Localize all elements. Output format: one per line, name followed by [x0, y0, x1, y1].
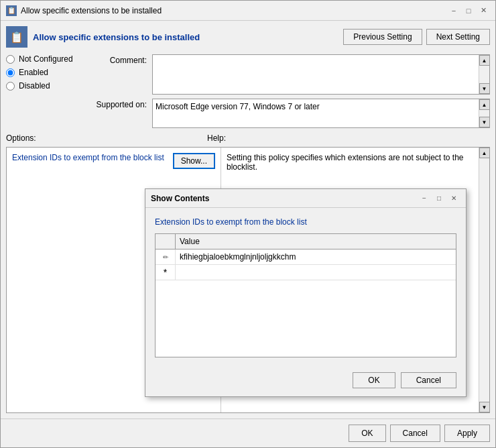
- dialog-title-text: Show Contents: [151, 194, 418, 203]
- dialog-close-button[interactable]: ✕: [447, 192, 460, 205]
- table-body: ✏ *: [156, 249, 456, 357]
- main-window: 📋 Allow specific extensions to be instal…: [0, 0, 496, 448]
- show-contents-dialog: Show Contents − □ ✕ Extension IDs to exe…: [145, 188, 467, 397]
- pencil-cell-1: ✏: [156, 249, 176, 264]
- data-table: Value ✏ *: [155, 233, 456, 357]
- dialog-ok-button[interactable]: OK: [353, 372, 395, 388]
- dialog-title-bar: Show Contents − □ ✕: [145, 189, 466, 208]
- table-row: *: [156, 265, 456, 280]
- table-row: ✏: [156, 249, 456, 265]
- table-header: Value: [156, 234, 456, 249]
- value-column-header: Value: [176, 234, 456, 249]
- dialog-cancel-button[interactable]: Cancel: [401, 372, 456, 388]
- dialog-content: Extension IDs to exempt from the block l…: [145, 208, 466, 367]
- star-cell: *: [156, 265, 176, 280]
- value-input-1[interactable]: [180, 252, 452, 262]
- value-input-2[interactable]: [180, 268, 452, 277]
- pencil-column-header: [156, 234, 176, 249]
- value-cell-2[interactable]: [176, 265, 456, 280]
- dialog-bottom-bar: OK Cancel: [145, 367, 466, 396]
- dialog-description: Extension IDs to exempt from the block l…: [155, 217, 456, 227]
- dialog-maximize-button[interactable]: □: [432, 192, 446, 205]
- modal-overlay: Show Contents − □ ✕ Extension IDs to exe…: [1, 1, 495, 447]
- value-cell-1[interactable]: [176, 249, 456, 264]
- dialog-controls: − □ ✕: [418, 192, 460, 205]
- dialog-minimize-button[interactable]: −: [418, 192, 431, 205]
